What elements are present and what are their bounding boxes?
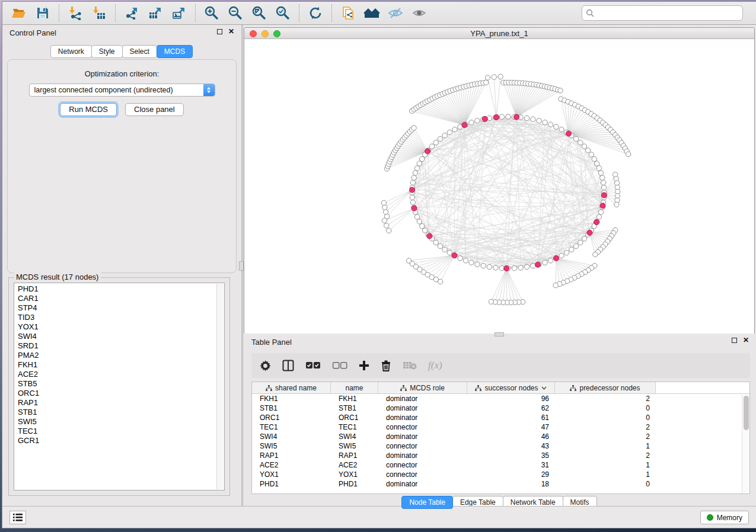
tab-network[interactable]: Network [50,45,92,58]
show-column-panel-icon[interactable] [282,360,294,371]
mcds-result-item[interactable]: STP4 [18,303,215,313]
table-row[interactable]: RAP1RAP1dominator352 [252,451,749,460]
toolbar-separator [299,4,299,22]
mcds-result-item[interactable]: ACE2 [18,370,215,379]
task-history-button[interactable] [9,511,26,524]
show-all-icon[interactable] [407,4,431,23]
table-row[interactable]: FKH1FKH1dominator962 [252,394,749,403]
run-mcds-button[interactable]: Run MCDS [60,103,117,116]
float-table-panel-icon[interactable] [732,338,737,343]
table-cell: SWI4 [252,432,331,441]
float-panel-icon[interactable] [217,29,222,34]
table-scrollbar[interactable] [742,395,749,493]
close-panel-icon[interactable]: ✕ [228,28,234,34]
status-bar: Memory [2,506,756,528]
table-row[interactable]: SWI4SWI4dominator462 [252,432,749,441]
column-header-name[interactable]: name [331,382,378,393]
table-cell: 31 [467,461,555,469]
table-cell: ACE2 [252,461,331,469]
table-row[interactable]: ORC1ORC1dominator610 [252,413,749,422]
column-header-successor-nodes[interactable]: successor nodes [467,382,555,393]
mcds-result-item[interactable]: YOX1 [18,322,215,332]
mcds-result-item[interactable]: GCR1 [18,436,215,446]
network-window-titlebar[interactable]: YPA_prune.txt_1 [244,28,754,39]
horizontal-splitter-handle[interactable] [495,332,504,336]
hide-selected-icon[interactable] [384,4,407,23]
table-row[interactable]: TEC1TEC1connector472 [252,422,749,432]
table-cell: SWI5 [252,442,331,450]
close-table-panel-icon[interactable]: ✕ [743,337,749,343]
add-column-icon[interactable] [359,360,369,371]
tab-select[interactable]: Select [122,45,157,58]
mcds-result-item[interactable]: TID3 [18,313,215,322]
panel-divider-handle[interactable] [239,261,244,271]
table-row[interactable]: SWI5SWI5connector431 [252,441,749,451]
mcds-result-item[interactable]: SWI4 [18,332,215,341]
first-neighbors-icon[interactable] [360,4,384,23]
zoom-out-icon[interactable] [224,4,247,23]
column-header-shared-name[interactable]: shared name [252,382,331,393]
mcds-result-item[interactable]: PHD1 [18,284,215,294]
maximize-window-icon[interactable] [273,30,280,37]
import-table-icon[interactable] [87,4,111,23]
save-icon[interactable] [31,4,55,23]
mcds-result-item[interactable]: ORC1 [18,389,215,398]
table-row[interactable]: ACE2ACE2connector311 [252,460,749,470]
copy-network-icon[interactable] [336,4,360,23]
table-cell: 1 [555,470,656,479]
tab-node-table[interactable]: Node Table [401,496,453,509]
tab-style[interactable]: Style [91,45,123,58]
memory-status-icon [707,514,713,521]
list-icon [13,514,23,521]
toolbar-separator [59,4,59,22]
table-options-gear-icon[interactable] [260,360,271,371]
table-row[interactable]: PHD1PHD1dominator180 [252,479,749,489]
search-field-wrap [582,5,743,21]
zoom-in-icon[interactable] [200,4,224,23]
criterion-dropdown[interactable]: largest connected component (undirected) [29,84,215,97]
export-network-icon[interactable] [120,4,143,23]
deselect-all-icon[interactable] [332,361,347,370]
mcds-result-item[interactable]: CAR1 [18,294,215,303]
mcds-result-item[interactable]: SWI5 [18,417,215,427]
table-cell: dominator [378,451,467,460]
mcds-result-item[interactable]: SRD1 [18,341,215,351]
zoom-fit-icon[interactable] [247,4,271,23]
mcds-result-item[interactable]: FKH1 [18,360,215,370]
mcds-result-item[interactable]: STB5 [18,379,215,389]
network-canvas[interactable] [244,39,754,334]
mcds-result-item[interactable]: TEC1 [18,427,215,436]
table-cell: 46 [467,432,555,441]
import-network-icon[interactable] [63,4,87,23]
memory-button[interactable]: Memory [700,511,749,524]
table-scrollbar-thumb[interactable] [744,396,749,430]
window-traffic-lights [250,30,280,37]
search-input[interactable] [582,5,743,21]
tab-mcds[interactable]: MCDS [157,45,193,58]
table-cell: STB1 [252,404,331,412]
column-header-MCDS-role[interactable]: MCDS role [378,382,467,393]
mcds-list-scrollbar[interactable] [216,284,224,489]
zoom-selected-icon[interactable] [271,4,295,23]
table-row[interactable]: YOX1YOX1connector291 [252,470,749,479]
mcds-result-item[interactable]: PMA2 [18,351,215,360]
table-cell: FKH1 [252,395,331,403]
column-header-predecessor-nodes[interactable]: predecessor nodes [555,382,656,393]
refresh-view-icon[interactable] [304,4,327,23]
delete-column-icon[interactable] [381,360,391,371]
table-row[interactable]: STB1STB1dominator620 [252,403,749,413]
select-all-icon[interactable] [305,361,321,370]
table-cell: 0 [555,414,656,422]
export-table-icon[interactable] [143,4,167,23]
export-image-icon[interactable] [167,4,191,23]
toolbar-separator [115,4,116,22]
open-file-icon[interactable] [7,4,31,23]
mcds-result-item[interactable]: STB1 [18,408,215,417]
mcds-result-item[interactable]: RAP1 [18,398,215,408]
network-window: YPA_prune.txt_1 [244,27,755,334]
minimize-window-icon[interactable] [261,30,269,37]
node-table-body: FKH1FKH1dominator962STB1STB1dominator620… [252,394,749,489]
close-window-icon[interactable] [250,30,257,37]
close-panel-button[interactable]: Close panel [125,103,184,116]
table-cell: SWI5 [331,442,378,450]
